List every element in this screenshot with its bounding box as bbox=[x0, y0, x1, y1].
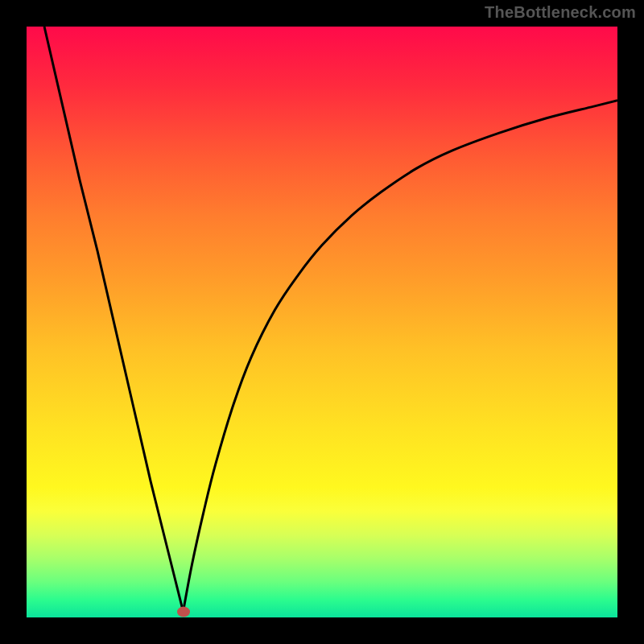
left-branch bbox=[44, 27, 183, 612]
right-branch bbox=[184, 101, 617, 612]
plot-area bbox=[27, 27, 617, 617]
chart-frame: TheBottleneck.com bbox=[0, 0, 644, 644]
minimum-marker bbox=[177, 606, 190, 617]
watermark-text: TheBottleneck.com bbox=[485, 3, 636, 22]
bottleneck-curve bbox=[27, 27, 617, 617]
